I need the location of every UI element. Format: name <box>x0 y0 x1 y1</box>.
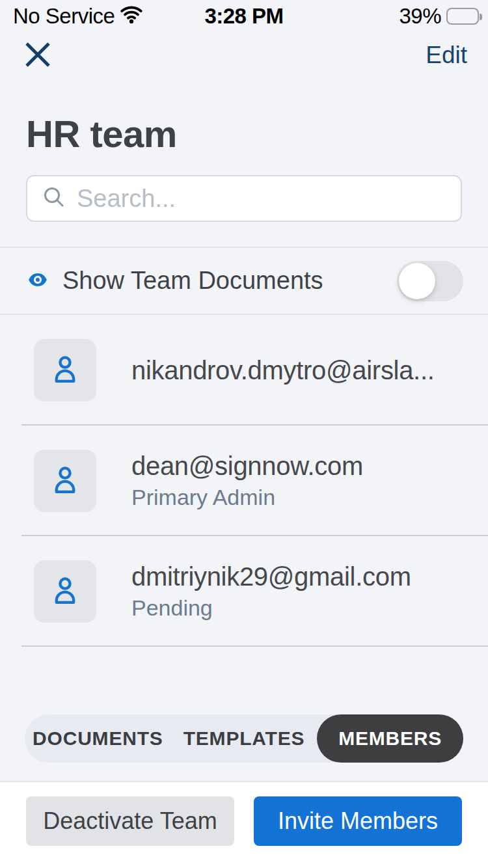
member-text: dean@signnow.com Primary Admin <box>131 452 363 510</box>
member-role-badge: Pending <box>131 595 411 621</box>
member-email: dean@signnow.com <box>131 452 363 481</box>
status-right: 39% <box>399 4 479 29</box>
member-row[interactable]: dean@signnow.com Primary Admin <box>0 426 488 536</box>
bottom-action-bar: Deactivate Team Invite Members <box>0 781 488 868</box>
member-role-badge: Primary Admin <box>131 485 363 510</box>
member-row[interactable]: dmitriynik29@gmail.com Pending <box>0 536 488 647</box>
tab-documents[interactable]: DOCUMENTS <box>25 714 171 763</box>
nav-bar: Edit <box>0 40 488 91</box>
member-email: dmitriynik29@gmail.com <box>131 562 411 591</box>
show-team-documents-row: Show Team Documents <box>0 247 488 315</box>
edit-button[interactable]: Edit <box>426 42 467 69</box>
battery-icon <box>446 8 479 25</box>
show-team-documents-toggle[interactable] <box>397 261 463 301</box>
tab-members[interactable]: MEMBERS <box>317 714 463 763</box>
page-title: HR team <box>26 112 488 156</box>
member-text: nikandrov.dmytro@airsla... <box>131 356 435 385</box>
deactivate-team-button[interactable]: Deactivate Team <box>26 796 234 846</box>
search-icon <box>40 183 68 213</box>
divider <box>21 645 488 647</box>
eye-icon <box>27 269 48 293</box>
search-bar[interactable] <box>26 175 462 222</box>
toggle-knob <box>399 263 435 299</box>
person-icon <box>48 463 82 499</box>
invite-members-button[interactable]: Invite Members <box>254 796 462 846</box>
search-input[interactable] <box>77 185 448 213</box>
person-icon <box>48 573 82 610</box>
status-bar: No Service 3:28 PM 39% <box>0 0 488 30</box>
battery-nub <box>480 14 482 20</box>
battery-percent-label: 39% <box>399 4 441 29</box>
tab-templates[interactable]: TEMPLATES <box>171 714 318 763</box>
avatar <box>34 560 96 623</box>
avatar <box>34 339 96 401</box>
spacer <box>0 647 488 714</box>
member-email: nikandrov.dmytro@airsla... <box>131 356 435 385</box>
close-icon <box>23 61 52 71</box>
close-button[interactable] <box>23 40 52 69</box>
member-text: dmitriynik29@gmail.com Pending <box>131 562 411 621</box>
show-team-documents-label: Show Team Documents <box>62 267 397 295</box>
team-detail-screen: No Service 3:28 PM 39% <box>0 0 488 868</box>
avatar <box>34 450 96 512</box>
member-list: nikandrov.dmytro@airsla... dean@signnow.… <box>0 315 488 647</box>
member-row[interactable]: nikandrov.dmytro@airsla... <box>0 315 488 426</box>
segmented-control: DOCUMENTS TEMPLATES MEMBERS <box>25 714 463 763</box>
person-icon <box>48 352 82 388</box>
